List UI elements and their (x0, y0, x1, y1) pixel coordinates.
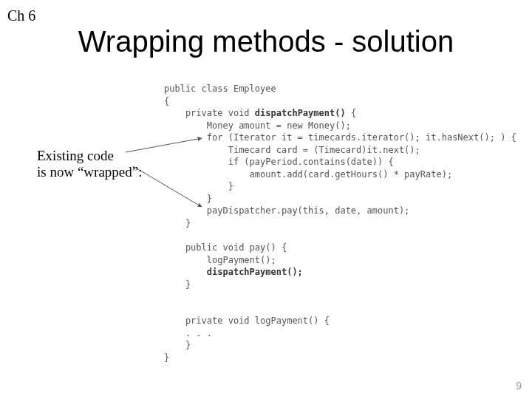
code-l07: if (payPeriod.contains(date)) { (164, 157, 394, 167)
code-l14: public void pay() { (164, 242, 287, 253)
annotation-text: Existing code is now “wrapped”: (37, 148, 142, 180)
code-l23: } (164, 352, 169, 363)
code-l01: public class Employee (164, 83, 276, 94)
code-l15: logPayment(); (164, 255, 276, 265)
code-l08: amount.add(card.getHours() * payRate); (164, 169, 452, 180)
annotation-line1: Existing code (37, 148, 114, 163)
code-l17: } (164, 279, 191, 290)
code-l03: private void (164, 108, 255, 118)
code-l02: { (164, 96, 169, 106)
annotation-line2: is now “wrapped”: (37, 164, 142, 180)
code-l16a (164, 267, 207, 277)
code-l03c: { (346, 108, 356, 118)
code-l20: private void logPayment() { (164, 316, 330, 326)
code-l06: Timecard card = (Timecard)it.next(); (164, 145, 420, 155)
code-l11: payDispatcher.pay(this, date, amount); (164, 205, 409, 216)
code-l10: } (164, 194, 212, 204)
code-l03b: dispatchPayment() (255, 108, 346, 118)
code-l12: } (164, 218, 191, 228)
code-l22: } (164, 340, 191, 350)
slide-title: Wrapping methods - solution (0, 25, 532, 58)
code-block: public class Employee { private void dis… (164, 83, 516, 364)
code-l04: Money amount = new Money(); (164, 120, 351, 131)
chapter-label: Ch 6 (7, 7, 35, 24)
code-l09: } (164, 181, 233, 191)
code-l16b: dispatchPayment(); (207, 267, 303, 277)
code-l21: . . . (164, 328, 212, 338)
page-number: 9 (516, 380, 522, 392)
code-l05: for (Iterator it = timecards.iterator();… (164, 132, 516, 143)
